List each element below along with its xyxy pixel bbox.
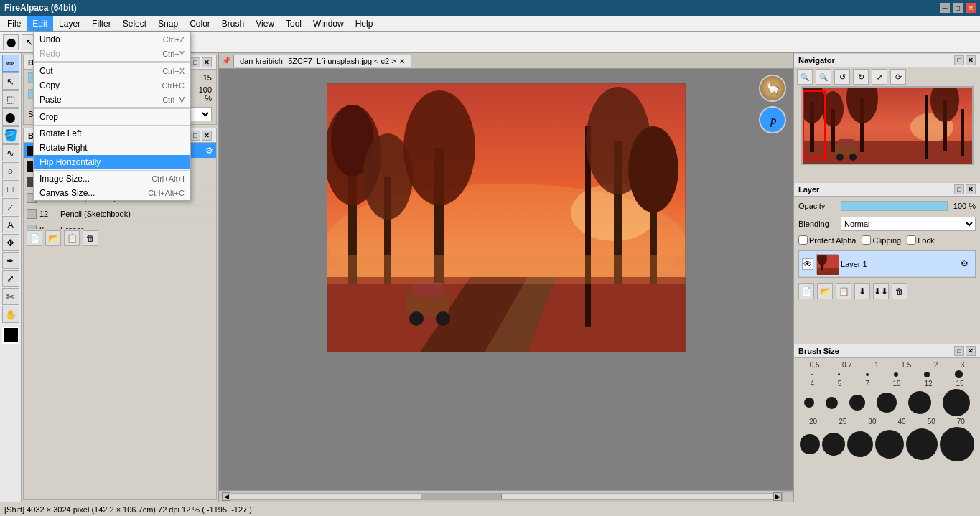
brush-delete-button[interactable]: 🗑: [83, 230, 98, 246]
brush-size-dot-20[interactable]: [800, 434, 820, 454]
scrollbar-track-h[interactable]: [230, 493, 773, 500]
close-button[interactable]: ✕: [966, 3, 976, 13]
brush-size-dot-3[interactable]: [955, 370, 963, 378]
toolbar-select-icon[interactable]: ⬤: [3, 34, 19, 50]
firealpaca-icon[interactable]: 🦙: [759, 75, 786, 102]
canvas-tab-close[interactable]: ✕: [399, 57, 405, 65]
nav-rotate-cw[interactable]: ↻: [853, 69, 869, 85]
tool-fill[interactable]: 🪣: [2, 126, 19, 144]
brush-size-expand[interactable]: □: [954, 346, 964, 356]
brush-size-dot-40[interactable]: [875, 430, 904, 459]
nav-reset[interactable]: ⟳: [890, 69, 906, 85]
brush-size-dot-07[interactable]: [838, 373, 840, 375]
menu-brush[interactable]: Brush: [216, 16, 250, 31]
brush-size-dot-15[interactable]: [894, 372, 898, 377]
tool-shape-rect[interactable]: □: [2, 180, 19, 197]
menu-canvas-size[interactable]: Canvas Size... Ctrl+Alt+C: [34, 186, 190, 200]
pixiv-icon[interactable]: 𝓹: [759, 106, 786, 133]
menu-help[interactable]: Help: [350, 16, 379, 31]
menu-layer[interactable]: Layer: [53, 16, 86, 31]
tool-move[interactable]: ✥: [2, 234, 19, 251]
tool-hand[interactable]: ✋: [2, 306, 19, 323]
menu-flip-h[interactable]: Flip Horizontally: [34, 155, 190, 169]
brush-size-dot-30[interactable]: [847, 431, 873, 457]
canvas-scrollbar-h[interactable]: ◀ ▶: [219, 490, 793, 502]
tool-magic[interactable]: ⬤: [2, 108, 19, 126]
brush-control-close[interactable]: ✕: [202, 57, 212, 67]
menu-rotate-left[interactable]: Rotate Left: [34, 126, 190, 141]
opacity-slider[interactable]: [841, 201, 948, 211]
tool-pen[interactable]: ✏: [2, 55, 19, 72]
nav-zoom-in[interactable]: 🔍: [816, 69, 831, 85]
minimize-button[interactable]: ─: [940, 3, 950, 13]
layer-folder-btn[interactable]: 📂: [817, 283, 833, 299]
layer-flatten-btn[interactable]: ⬇⬇: [873, 283, 889, 299]
menu-view[interactable]: View: [250, 16, 280, 31]
protect-alpha-checkbox[interactable]: [798, 235, 808, 245]
brush-size-dot-10[interactable]: [877, 393, 897, 413]
brush-size-dot-50[interactable]: [906, 428, 938, 460]
menu-cut[interactable]: Cut Ctrl+X: [34, 64, 190, 78]
tool-gradient[interactable]: ∿: [2, 144, 19, 161]
nav-fit[interactable]: ⤢: [872, 69, 887, 85]
layer-gear-icon[interactable]: ⚙: [961, 258, 972, 270]
lock-checkbox[interactable]: [907, 235, 916, 245]
layer-visibility[interactable]: 👁: [802, 258, 813, 270]
tool-line[interactable]: ⟋: [2, 198, 19, 215]
brush-control-expand[interactable]: □: [190, 57, 200, 67]
brush-size-dot-25[interactable]: [822, 433, 845, 456]
menu-copy[interactable]: Copy Ctrl+C: [34, 78, 190, 93]
brush-folder-button[interactable]: 📂: [45, 230, 61, 246]
tool-crop[interactable]: ✄: [2, 288, 19, 305]
brush-size-close[interactable]: ✕: [966, 346, 976, 356]
tool-text[interactable]: A: [2, 216, 19, 233]
tool-select[interactable]: ↖: [2, 72, 19, 90]
nav-zoom-out[interactable]: 🔍: [797, 69, 813, 85]
brush-size-dot-15[interactable]: [943, 389, 970, 416]
layer-new-btn[interactable]: 📄: [798, 283, 814, 299]
scroll-left-btn[interactable]: ◀: [222, 492, 230, 501]
lock-label[interactable]: Lock: [907, 235, 934, 245]
menu-color[interactable]: Color: [184, 16, 216, 31]
menu-undo[interactable]: Undo Ctrl+Z: [34, 32, 190, 47]
scrollbar-thumb-h[interactable]: [421, 494, 502, 499]
brush-new-button[interactable]: 📄: [27, 230, 42, 246]
layer-close[interactable]: ✕: [966, 184, 976, 194]
brush-item-eraser[interactable]: 8.5 Eraser: [24, 222, 216, 229]
navigator-preview[interactable]: [801, 86, 974, 165]
tool-shape-circle[interactable]: ○: [2, 162, 19, 179]
menu-image-size[interactable]: Image Size... Ctrl+Alt+I: [34, 172, 190, 186]
menu-select[interactable]: Select: [117, 16, 152, 31]
layer-item-1[interactable]: 👁 Layer 1 ⚙: [799, 251, 975, 277]
layer-delete-btn[interactable]: 🗑: [892, 283, 907, 299]
brush-gear-icon[interactable]: ⚙: [205, 146, 213, 156]
protect-alpha-label[interactable]: Protect Alpha: [798, 235, 856, 245]
nav-rotate-ccw[interactable]: ↺: [834, 69, 850, 85]
menu-crop[interactable]: Crop: [34, 110, 190, 124]
menu-redo[interactable]: Redo Ctrl+Y: [34, 47, 190, 61]
brush-size-dot-05[interactable]: [811, 374, 813, 375]
brush-size-dot-4[interactable]: [804, 398, 814, 408]
menu-snap[interactable]: Snap: [152, 16, 184, 31]
foreground-color[interactable]: [2, 327, 19, 344]
navigator-expand[interactable]: □: [954, 55, 964, 65]
canvas-viewport[interactable]: [219, 69, 793, 486]
tool-lasso[interactable]: ⬚: [2, 90, 19, 108]
layer-duplicate-btn[interactable]: 📋: [836, 283, 851, 299]
navigator-close[interactable]: ✕: [966, 55, 976, 65]
menu-paste[interactable]: Paste Ctrl+V: [34, 93, 190, 107]
brush-item-pencil-sketch[interactable]: 12 Pencil (Sketchbook): [24, 206, 216, 222]
clipping-label[interactable]: Clipping: [862, 235, 901, 245]
tool-transform[interactable]: ⤢: [2, 270, 19, 287]
layer-merge-btn[interactable]: ⬇: [854, 283, 870, 299]
brush-size-dot-12[interactable]: [908, 391, 931, 414]
menu-tool[interactable]: Tool: [280, 16, 307, 31]
menu-edit[interactable]: Edit: [27, 16, 53, 31]
brush-copy-button[interactable]: 📋: [64, 230, 80, 246]
blending-select[interactable]: Normal Multiply Screen Overlay: [841, 217, 976, 231]
brush-size-dot-1[interactable]: [866, 373, 869, 376]
brush-panel-expand[interactable]: □: [190, 131, 200, 141]
canvas-tab-item[interactable]: dan-kreibich--5ZCF7_Lfi-unsplash.jpg < c…: [233, 55, 411, 67]
brush-size-dot-70[interactable]: [940, 427, 974, 461]
menu-file[interactable]: File: [1, 16, 27, 31]
